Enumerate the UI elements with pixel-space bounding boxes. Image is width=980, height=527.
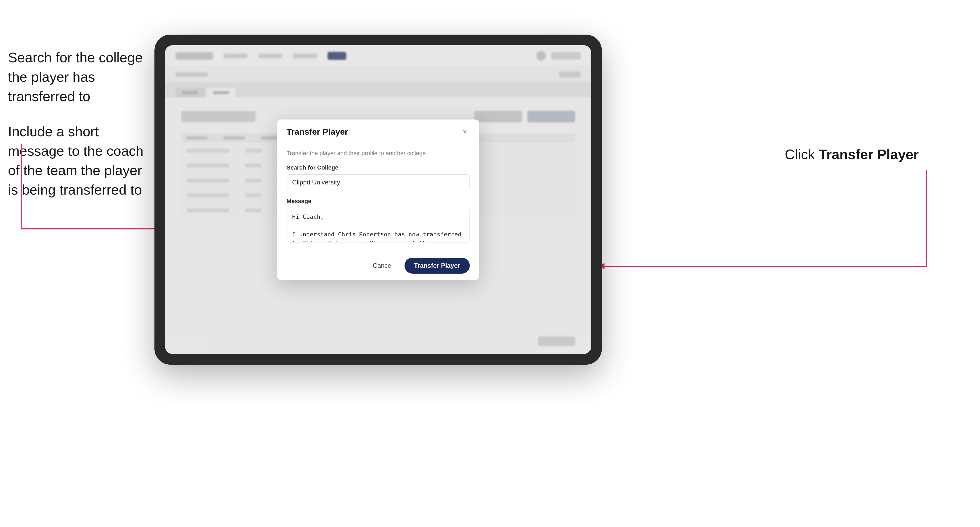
modal-body: Transfer the player and their profile to… [277, 142, 479, 251]
modal-footer: Cancel Transfer Player [277, 251, 479, 280]
annotation-transfer-label: Transfer Player [819, 147, 919, 162]
transfer-player-button[interactable]: Transfer Player [404, 258, 470, 274]
modal-title: Transfer Player [286, 127, 348, 137]
search-college-input[interactable] [286, 174, 470, 190]
modal-subtitle: Transfer the player and their profile to… [286, 150, 470, 157]
annotation-right: Click Transfer Player [785, 146, 919, 162]
modal-overlay: Transfer Player × Transfer the player an… [165, 45, 591, 354]
message-label: Message [286, 198, 470, 205]
annotation-message-text: Include a short message to the coach of … [8, 122, 146, 199]
tablet-device: Transfer Player × Transfer the player an… [154, 35, 602, 365]
message-textarea[interactable]: Hi Coach, I understand Chris Robertson h… [286, 208, 470, 243]
annotation-left: Search for the college the player has tr… [8, 48, 146, 216]
cancel-button[interactable]: Cancel [368, 259, 398, 273]
transfer-player-modal: Transfer Player × Transfer the player an… [277, 119, 479, 280]
annotation-search-text: Search for the college the player has tr… [8, 48, 146, 106]
tablet-screen: Transfer Player × Transfer the player an… [165, 45, 591, 354]
search-college-label: Search for College [286, 164, 470, 171]
modal-header: Transfer Player × [277, 119, 479, 142]
annotation-click-label: Click [785, 147, 815, 162]
modal-close-button[interactable]: × [460, 127, 470, 137]
